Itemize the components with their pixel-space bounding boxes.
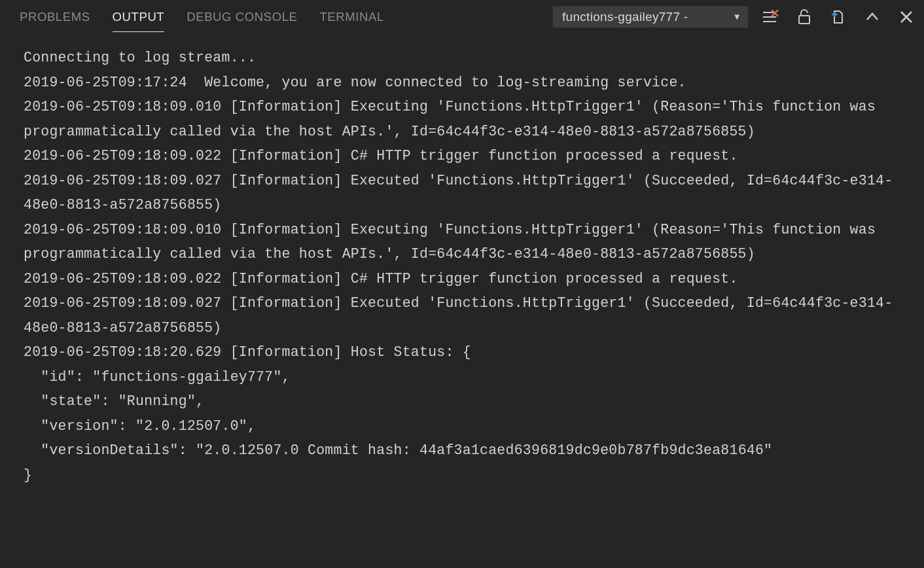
panel-tabs: PROBLEMS OUTPUT DEBUG CONSOLE TERMINAL [20, 2, 384, 32]
tab-output[interactable]: OUTPUT [113, 2, 165, 32]
output-log[interactable]: Connecting to log stream... 2019-06-25T0… [0, 34, 924, 494]
tab-terminal[interactable]: TERMINAL [319, 2, 383, 32]
collapse-panel-icon[interactable] [864, 9, 881, 26]
panel-header: PROBLEMS OUTPUT DEBUG CONSOLE TERMINAL f… [0, 0, 924, 34]
dropdown-selected-label: functions-ggailey777 - [562, 10, 688, 24]
chevron-down-icon: ▼ [733, 12, 741, 22]
clear-output-icon[interactable] [762, 9, 779, 26]
lock-scroll-icon[interactable] [796, 9, 813, 26]
close-panel-icon[interactable] [898, 9, 915, 26]
open-log-file-icon[interactable] [830, 9, 847, 26]
tab-debug-console[interactable]: DEBUG CONSOLE [187, 2, 297, 32]
tab-problems[interactable]: PROBLEMS [20, 2, 90, 32]
panel-actions [762, 9, 915, 26]
output-channel-dropdown[interactable]: functions-ggailey777 - ▼ [552, 6, 749, 28]
svg-rect-5 [799, 16, 809, 24]
